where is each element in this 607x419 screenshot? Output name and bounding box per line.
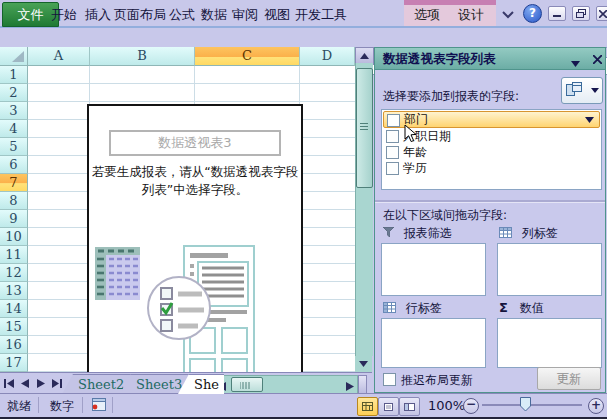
report-filter-dropzone[interactable] <box>381 243 486 296</box>
choose-fields-label: 选择要添加到报表的字段: <box>383 88 519 105</box>
column-header-a[interactable]: A <box>28 47 90 66</box>
pane-options-dropdown-icon[interactable] <box>571 56 580 70</box>
field-label: 学历 <box>403 160 427 176</box>
view-page-break-button[interactable] <box>399 397 420 416</box>
row-header[interactable]: 5 <box>0 138 28 156</box>
field-list-views-button[interactable] <box>561 77 603 104</box>
pane-close-icon[interactable] <box>593 53 602 67</box>
help-icon[interactable]: ? <box>523 4 542 23</box>
report-filter-header: 报表筛选 <box>383 225 452 240</box>
tab-insert[interactable]: 插入 <box>82 5 114 25</box>
row-header[interactable]: 15 <box>0 318 28 336</box>
drag-areas-label: 在以下区域间拖动字段: <box>383 207 507 224</box>
status-input-mode-label: 数字 <box>50 398 74 415</box>
pivot-table-placeholder[interactable]: 数据透视表3 若要生成报表，请从“数据透视表字段 列表”中选择字段。 <box>87 104 303 376</box>
tab-view[interactable]: 视图 <box>261 5 293 25</box>
pivot-instruction-line1: 若要生成报表，请从“数据透视表字段 <box>89 164 301 181</box>
row-header[interactable]: 8 <box>0 192 28 210</box>
field-label: 年龄 <box>403 144 427 160</box>
tab-pivottable-options[interactable]: 选项 <box>408 5 446 25</box>
row-header[interactable]: 2 <box>0 84 28 102</box>
mouse-cursor <box>404 124 417 143</box>
tab-page-layout[interactable]: 页面布局 <box>112 5 168 25</box>
zoom-out-button[interactable]: − <box>463 398 479 414</box>
view-page-layout-button[interactable] <box>378 397 399 416</box>
row-header[interactable]: 1 <box>0 66 28 84</box>
hscroll-track[interactable] <box>214 375 358 394</box>
pane-title: 数据透视表字段列表 <box>383 51 496 68</box>
field-filter-dropdown-icon[interactable] <box>585 117 594 123</box>
sigma-icon: Σ <box>499 300 508 315</box>
tab-home[interactable]: 开始 <box>46 5 82 25</box>
sheet-tab-sheet2[interactable]: Sheet2 <box>62 374 132 394</box>
values-dropzone[interactable] <box>497 318 602 368</box>
ribbon-tab-bar: 文件 开始 插入 页面布局 公式 数据 审阅 视图 开发工具 选项 设计 ? <box>0 0 607 28</box>
field-item-nianling[interactable]: 年龄 <box>383 144 598 160</box>
tab-developer[interactable]: 开发工具 <box>293 5 349 25</box>
select-all-corner[interactable] <box>0 47 28 66</box>
row-header[interactable]: 6 <box>0 156 28 174</box>
pane-section-divider <box>375 200 605 203</box>
row-labels-header: 行标签 <box>383 300 442 315</box>
pivot-placeholder-title: 数据透视表3 <box>109 130 281 156</box>
pane-header[interactable]: 数据透视表字段列表 <box>375 48 605 70</box>
view-normal-button[interactable] <box>357 397 378 416</box>
defer-layout-label: 推迟布局更新 <box>401 372 473 389</box>
field-checkbox[interactable] <box>387 114 400 127</box>
minimize-button[interactable] <box>548 6 566 21</box>
zoom-in-button[interactable]: + <box>588 398 604 414</box>
column-labels-dropzone[interactable] <box>497 243 602 296</box>
row-header[interactable]: 13 <box>0 282 28 300</box>
zoom-slider-track[interactable] <box>482 404 582 406</box>
field-list-box: 部门 入职日期 年龄 学历 <box>381 109 602 190</box>
hscroll-thumb[interactable] <box>231 377 263 392</box>
row-header[interactable]: 3 <box>0 102 28 120</box>
row-header-7-selected[interactable]: 7 <box>0 174 28 192</box>
zoom-slider-thumb[interactable] <box>520 397 531 415</box>
first-sheet-button[interactable] <box>2 376 15 390</box>
defer-layout-checkbox[interactable] <box>383 373 396 386</box>
macro-record-icon[interactable] <box>90 398 106 414</box>
zoom-level-label[interactable]: 100% <box>428 398 465 413</box>
next-sheet-button[interactable] <box>34 376 47 390</box>
row-header[interactable]: 17 <box>0 354 28 372</box>
field-checkbox[interactable] <box>386 146 399 159</box>
row-header[interactable]: 4 <box>0 120 28 138</box>
row-header[interactable]: 14 <box>0 300 28 318</box>
column-header-b[interactable]: B <box>90 47 195 66</box>
values-header: Σ 数值 <box>499 300 544 315</box>
row-header[interactable]: 10 <box>0 228 28 246</box>
row-header[interactable]: 9 <box>0 210 28 228</box>
status-bar: 就绪 数字 100% − + <box>0 393 607 418</box>
field-checkbox[interactable] <box>386 162 399 175</box>
row-header[interactable]: 12 <box>0 264 28 282</box>
ribbon-collapse-icon[interactable] <box>502 8 514 22</box>
tab-formulas[interactable]: 公式 <box>166 5 198 25</box>
row-grid-icon <box>383 302 396 313</box>
field-item-xueli[interactable]: 学历 <box>383 160 598 176</box>
pivot-watermark-graphic <box>92 242 264 374</box>
tab-review[interactable]: 审阅 <box>229 5 261 25</box>
last-sheet-button[interactable] <box>50 376 63 390</box>
update-button[interactable]: 更新 <box>537 367 601 390</box>
tab-data[interactable]: 数据 <box>198 5 230 25</box>
close-button[interactable] <box>596 6 607 21</box>
row-header[interactable]: 16 <box>0 336 28 354</box>
row-labels-dropzone[interactable] <box>381 318 486 368</box>
vscroll-down-button[interactable] <box>355 356 372 372</box>
pivot-instruction-line2: 列表”中选择字段。 <box>89 182 301 199</box>
excel-window: 文件 开始 插入 页面布局 公式 数据 审阅 视图 开发工具 选项 设计 ? f… <box>0 0 607 419</box>
field-checkbox[interactable] <box>386 130 399 143</box>
row-header[interactable]: 11 <box>0 246 28 264</box>
restore-button[interactable] <box>572 6 590 21</box>
sheet-tab-sheet3[interactable]: Sheet3 <box>120 374 190 394</box>
sheet-tab-bar: Sheet2 Sheet3 She <box>0 372 372 394</box>
tab-split-handle[interactable] <box>358 375 367 394</box>
vscroll-thumb[interactable] <box>356 68 373 188</box>
prev-sheet-button[interactable] <box>18 376 31 390</box>
hscroll-right-button[interactable] <box>346 380 354 394</box>
column-header-c-selected[interactable]: C <box>195 47 300 66</box>
status-ready-label: 就绪 <box>7 398 31 415</box>
column-header-d[interactable]: D <box>300 47 355 66</box>
tab-pivottable-design[interactable]: 设计 <box>452 5 490 25</box>
